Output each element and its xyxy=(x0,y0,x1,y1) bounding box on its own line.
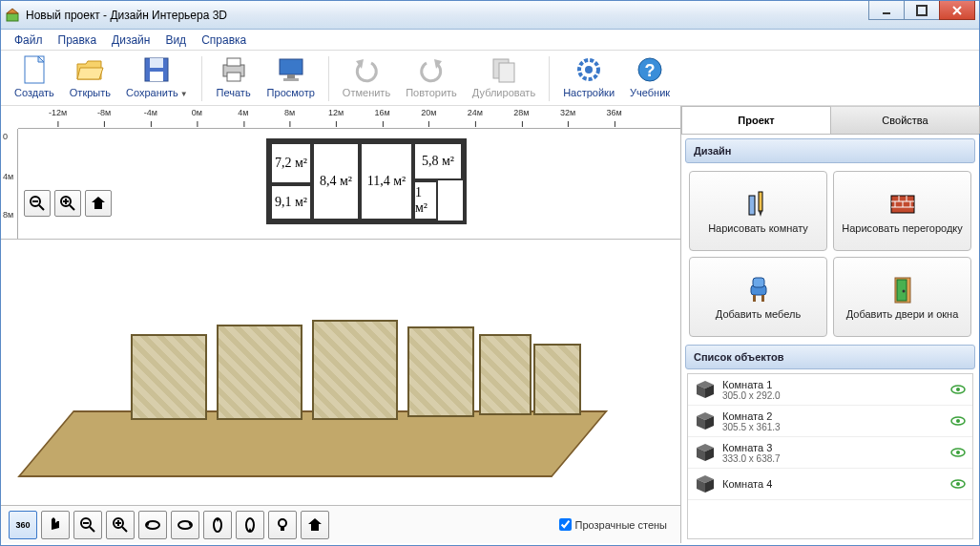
list-item[interactable]: Комната 2305.5 x 361.3 xyxy=(688,406,972,437)
floorplan[interactable]: 7,2 м² 8,4 м² 11,4 м² 5,8 м² 9,1 м² 1 м² xyxy=(266,138,467,224)
svg-marker-50 xyxy=(759,211,762,217)
svg-point-71 xyxy=(956,388,960,391)
open-button[interactable]: Открыть xyxy=(62,52,118,105)
canvas-area: -12м -8м -4м 0м 4м 8м 12м 16м 20м 24м 28… xyxy=(1,106,681,543)
save-button[interactable]: Сохранить▼ xyxy=(118,52,196,105)
horizontal-ruler: -12м -8м -4м 0м 4м 8м 12м 16м 20м 24м 28… xyxy=(18,106,680,129)
draw-partition-button[interactable]: Нарисовать перегородку xyxy=(833,171,971,251)
side-tabs: Проект Свойства xyxy=(681,106,979,135)
tilt-down-button[interactable] xyxy=(236,511,264,539)
plan-2d-view[interactable]: -12м -8м -4м 0м 4м 8м 12м 16м 20м 24м 28… xyxy=(1,106,680,240)
list-item[interactable]: Комната 4 xyxy=(688,469,972,500)
menu-view[interactable]: Вид xyxy=(157,32,194,49)
svg-point-86 xyxy=(956,482,960,486)
svg-rect-7 xyxy=(150,58,163,68)
undo-icon xyxy=(351,54,382,85)
add-doors-windows-button[interactable]: Добавить двери и окна xyxy=(833,257,971,337)
maximize-button[interactable] xyxy=(904,1,940,20)
svg-point-46 xyxy=(279,519,286,527)
stage-3d xyxy=(73,267,608,477)
svg-rect-14 xyxy=(283,78,299,81)
list-item[interactable]: Комната 1305.0 x 292.0 xyxy=(688,374,972,406)
zoom-in-2d-button[interactable] xyxy=(54,190,81,217)
home-3d-button[interactable] xyxy=(301,511,329,539)
tutorial-button[interactable]: ? Учебник xyxy=(622,52,678,105)
close-button[interactable] xyxy=(939,1,975,20)
plan-canvas[interactable]: 7,2 м² 8,4 м² 11,4 м² 5,8 м² 9,1 м² 1 м² xyxy=(18,129,680,239)
svg-rect-62 xyxy=(753,295,756,302)
light-button[interactable] xyxy=(268,511,297,539)
menubar: Файл Правка Дизайн Вид Справка xyxy=(1,30,979,51)
svg-line-32 xyxy=(90,527,94,532)
create-button[interactable]: Создать xyxy=(7,52,62,105)
tilt-up-button[interactable] xyxy=(203,511,232,539)
svg-rect-18 xyxy=(499,63,514,82)
bottom-toolbar-3d: 360 Прозрачные стены xyxy=(1,505,680,543)
rotate-right-button[interactable] xyxy=(171,511,199,539)
zoom-out-3d-button[interactable] xyxy=(73,511,102,539)
undo-button[interactable]: Отменить xyxy=(335,52,398,105)
svg-line-35 xyxy=(122,527,127,532)
svg-rect-2 xyxy=(883,12,890,14)
svg-marker-1 xyxy=(7,9,18,13)
menu-edit[interactable]: Правка xyxy=(51,32,105,49)
redo-icon xyxy=(416,54,447,85)
object-list[interactable]: Комната 1305.0 x 292.0 Комната 2305.5 x … xyxy=(687,373,973,539)
list-item[interactable]: Комната 3333.0 x 638.7 xyxy=(688,437,972,469)
visibility-toggle[interactable] xyxy=(949,447,967,458)
visibility-toggle[interactable] xyxy=(949,384,967,395)
preview-button[interactable]: Просмотр xyxy=(260,52,323,105)
home-2d-button[interactable] xyxy=(85,190,112,217)
svg-marker-48 xyxy=(308,518,322,531)
separator xyxy=(549,56,550,101)
cube-icon xyxy=(694,410,717,432)
svg-rect-8 xyxy=(150,72,163,81)
add-furniture-button[interactable]: Добавить мебель xyxy=(689,257,827,337)
svg-rect-12 xyxy=(280,59,302,74)
window-title: Новый проект - Дизайн Интерьера 3D xyxy=(26,9,227,22)
duplicate-icon xyxy=(489,54,519,85)
transparent-walls-checkbox[interactable]: Прозрачные стены xyxy=(559,518,667,531)
svg-line-27 xyxy=(70,205,74,210)
view-3d[interactable] xyxy=(1,240,680,505)
brick-wall-icon xyxy=(887,188,918,219)
svg-rect-13 xyxy=(287,74,295,78)
rotate-left-button[interactable] xyxy=(138,511,167,539)
view-360-button[interactable]: 360 xyxy=(9,511,37,539)
chair-icon xyxy=(743,274,774,304)
design-buttons-grid: Нарисовать комнату Нарисовать перегородк… xyxy=(681,167,979,341)
svg-rect-10 xyxy=(227,58,240,66)
cube-icon xyxy=(694,472,717,495)
svg-rect-63 xyxy=(761,295,764,302)
tab-project[interactable]: Проект xyxy=(681,106,831,134)
menu-file[interactable]: Файл xyxy=(7,32,51,49)
pan-button[interactable] xyxy=(41,511,70,539)
zoom-out-2d-button[interactable] xyxy=(24,190,51,217)
duplicate-button[interactable]: Дублировать xyxy=(465,52,543,105)
section-objects-header: Список объектов xyxy=(685,345,975,369)
app-window: Новый проект - Дизайн Интерьера 3D Файл … xyxy=(0,0,980,546)
zoom-in-3d-button[interactable] xyxy=(106,511,135,539)
svg-marker-43 xyxy=(216,518,219,522)
cube-icon xyxy=(694,441,717,464)
plan-controls xyxy=(24,190,112,217)
svg-point-76 xyxy=(956,419,960,423)
svg-point-20 xyxy=(585,66,593,74)
separator xyxy=(328,56,329,101)
settings-button[interactable]: Настройки xyxy=(555,52,622,105)
menu-help[interactable]: Справка xyxy=(194,32,254,49)
window-controls xyxy=(869,1,975,20)
svg-marker-45 xyxy=(248,528,252,532)
menu-design[interactable]: Дизайн xyxy=(104,32,157,49)
visibility-toggle[interactable] xyxy=(949,478,967,490)
print-button[interactable]: Печать xyxy=(208,52,260,105)
draw-room-button[interactable]: Нарисовать комнату xyxy=(689,171,827,251)
visibility-toggle[interactable] xyxy=(949,415,967,427)
redo-button[interactable]: Повторить xyxy=(398,52,465,105)
separator xyxy=(201,56,202,101)
tab-properties[interactable]: Свойства xyxy=(830,106,980,134)
folder-open-icon xyxy=(74,54,105,85)
svg-rect-61 xyxy=(753,278,764,287)
minimize-button[interactable] xyxy=(868,1,905,20)
main-toolbar: Создать Открыть Сохранить▼ Печать Просмо… xyxy=(1,51,979,106)
